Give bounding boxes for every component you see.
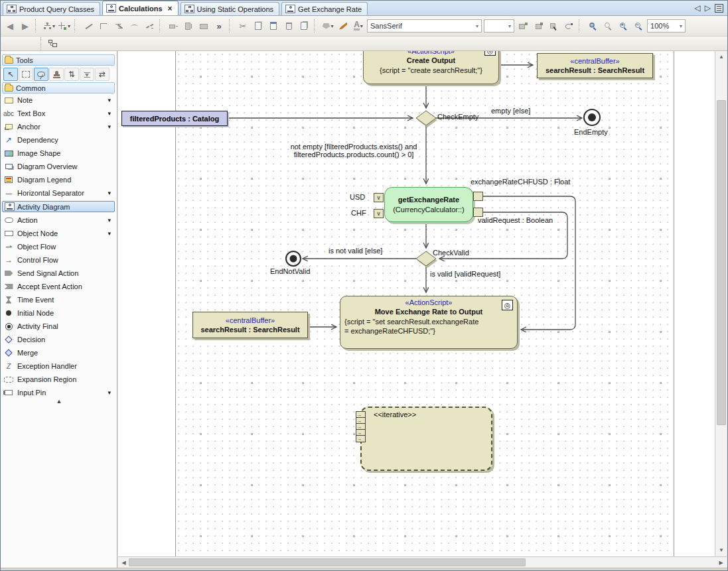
dropdown-caret[interactable]: ▾: [108, 217, 111, 223]
search-result-buffer-top-node[interactable]: «centralBuffer» searchResult : SearchRes…: [537, 53, 653, 78]
toolbox-item-object-flow[interactable]: ⇀Object Flow: [3, 240, 115, 253]
pin-label-exchange-rate-float[interactable]: exchangeRateCHFUSD : Float: [471, 178, 570, 186]
toolbox-item-send-signal-action[interactable]: Send Signal Action: [3, 267, 115, 280]
zoom-in-button[interactable]: +: [617, 19, 630, 33]
toolbox-item-accept-event-action[interactable]: Accept Event Action: [3, 280, 115, 293]
toolbox-item-exception-handler[interactable]: ZException Handler: [3, 359, 115, 373]
toolbox-item-time-event[interactable]: Time Event: [3, 293, 115, 306]
swap-tool-button[interactable]: ⇄: [95, 68, 109, 81]
iterative-expansion-region[interactable]: <<iterative>>: [360, 407, 492, 471]
diagram-list-button[interactable]: [715, 4, 723, 13]
toolbox-item-object-node[interactable]: Object Node▾: [3, 227, 115, 240]
layout-tree-button[interactable]: ▾: [42, 19, 56, 33]
paste-button[interactable]: [267, 19, 280, 33]
edge-guard-is-valid[interactable]: is valid [validRequest]: [430, 270, 500, 278]
dropdown-caret[interactable]: ▾: [108, 97, 111, 103]
toolbar-overflow-button[interactable]: »: [212, 19, 226, 33]
create-output-action-node[interactable]: «ActionScript» Create Output {script = "…: [363, 51, 499, 84]
toolbox-item-diagram-legend[interactable]: Diagram Legend: [3, 173, 115, 186]
scroll-down-button[interactable]: ▼: [717, 546, 726, 554]
get-exchange-rate-action-node[interactable]: getExchangeRate (CurrencyCalculator::): [384, 187, 473, 222]
cut-button[interactable]: ✂: [236, 19, 250, 33]
end-not-valid-label[interactable]: EndNotValid: [270, 267, 310, 275]
tab-get-exchange-rate[interactable]: Get Exchange Rate: [281, 2, 368, 15]
edge-guard-not-empty[interactable]: not empty [filteredProducts.exists() and…: [277, 143, 430, 159]
distribute-tool-button[interactable]: ⇅: [64, 68, 79, 81]
toolbox-item-diagram-overview[interactable]: Diagram Overview: [3, 160, 115, 173]
bring-to-front-button[interactable]: [516, 19, 530, 33]
zoom-level-select[interactable]: 100%▾: [647, 19, 686, 32]
toolbox-item-note[interactable]: Note▾: [3, 94, 115, 107]
vertical-scroll-thumb[interactable]: [717, 100, 726, 425]
pin-label-usd[interactable]: USD: [350, 193, 365, 201]
toolbox-item-action[interactable]: Action▾: [3, 214, 115, 227]
filtered-products-object-node[interactable]: filteredProducts : Catalog: [121, 111, 228, 126]
toolbox-item-horizontal-separator[interactable]: ----Horizontal Separator▾: [3, 186, 115, 200]
same-width-button[interactable]: [167, 19, 180, 33]
pen-color-button[interactable]: [336, 19, 350, 33]
refresh-button[interactable]: [562, 19, 575, 33]
font-size-select[interactable]: ▾: [484, 19, 514, 32]
dropdown-caret[interactable]: ▾: [108, 110, 111, 117]
same-height-button[interactable]: [182, 19, 195, 33]
horizontal-scrollbar[interactable]: ◀ ▶: [118, 556, 727, 568]
pin-label-valid-request-boolean[interactable]: validRequest : Boolean: [478, 216, 553, 224]
toolbox-item-control-flow[interactable]: →Control Flow: [3, 253, 115, 267]
tab-calculations[interactable]: Calculations ×: [102, 1, 178, 15]
next-diagram-button[interactable]: ▷: [705, 3, 711, 13]
toolbox-scroll-up-button[interactable]: ▲: [1, 398, 117, 405]
expansion-input-node[interactable]: →→→→→: [356, 411, 366, 442]
zoom-out-button[interactable]: −: [632, 19, 645, 33]
toolbox-item-expansion-region[interactable]: Expansion Region: [3, 373, 115, 386]
forward-button[interactable]: ▶: [19, 19, 32, 33]
input-pin-chf[interactable]: ∨: [374, 209, 384, 218]
end-empty-label[interactable]: EndEmpty: [574, 128, 608, 136]
compress-tool-button[interactable]: [80, 68, 94, 81]
stamp-tool-button[interactable]: [49, 68, 64, 81]
previous-diagram-button[interactable]: ◁: [695, 3, 701, 13]
output-pin-exchange-rate[interactable]: [473, 192, 483, 201]
line-style-oblique-button[interactable]: [112, 19, 125, 33]
link-tool-button[interactable]: [34, 68, 48, 81]
drag-select-tool-button[interactable]: [19, 68, 33, 81]
search-result-buffer-bottom-node[interactable]: «centralBuffer» searchResult : SearchRes…: [192, 312, 308, 338]
toolbox-item-input-pin[interactable]: Input Pin▾: [3, 386, 115, 399]
fit-in-window-button[interactable]: ⊡: [586, 19, 599, 33]
check-empty-label[interactable]: CheckEmpty: [437, 113, 478, 121]
zoom-1-1-button[interactable]: [601, 19, 615, 33]
same-size-button[interactable]: [197, 19, 210, 33]
fill-color-button[interactable]: ▾: [321, 19, 334, 33]
send-to-back-button[interactable]: [532, 19, 545, 33]
input-pin-usd[interactable]: ∨: [374, 193, 384, 202]
dropdown-caret[interactable]: ▾: [108, 389, 111, 396]
scroll-left-button[interactable]: ◀: [119, 558, 128, 566]
quick-layout-button[interactable]: ▾: [58, 19, 71, 33]
move-exchange-rate-action-node[interactable]: «ActionScript» Move Exchange Rate to Out…: [340, 296, 518, 349]
scroll-up-button[interactable]: ▲: [717, 52, 726, 61]
selection-tool-button[interactable]: ↖: [3, 68, 18, 81]
line-style-custom-button[interactable]: [143, 19, 156, 33]
line-style-straight-button[interactable]: [82, 19, 95, 33]
pin-label-chf[interactable]: CHF: [351, 209, 366, 217]
delete-button[interactable]: [282, 19, 295, 33]
activity-diagram-section-header[interactable]: Activity Diagram: [2, 201, 115, 212]
toolbox-item-dependency[interactable]: ↗Dependency: [3, 133, 115, 147]
dropdown-caret[interactable]: ▾: [108, 230, 111, 237]
select-in-browser-button[interactable]: [547, 19, 560, 33]
tab-using-static-operations[interactable]: Using Static Operations: [181, 2, 280, 15]
back-button[interactable]: ◀: [3, 19, 17, 33]
line-style-rectilinear-button[interactable]: [97, 19, 110, 33]
edge-guard-empty-else[interactable]: empty [else]: [491, 107, 530, 115]
line-style-curved-button[interactable]: [127, 19, 141, 33]
dropdown-caret[interactable]: ▾: [108, 190, 111, 196]
horizontal-scroll-thumb[interactable]: [129, 558, 526, 566]
containment-tree-button[interactable]: [46, 36, 59, 51]
tools-section-header[interactable]: Tools: [2, 54, 115, 66]
toolbox-item-merge[interactable]: Merge: [3, 346, 115, 359]
edge-guard-is-not-valid[interactable]: is not valid [else]: [328, 247, 382, 255]
output-pin-valid-request[interactable]: [473, 208, 483, 217]
copy-with-format-button[interactable]: [297, 19, 311, 33]
diagram-canvas[interactable]: «ActionScript» Create Output {script = "…: [118, 51, 715, 556]
close-icon[interactable]: ×: [168, 4, 173, 13]
check-valid-label[interactable]: CheckValid: [433, 249, 469, 257]
